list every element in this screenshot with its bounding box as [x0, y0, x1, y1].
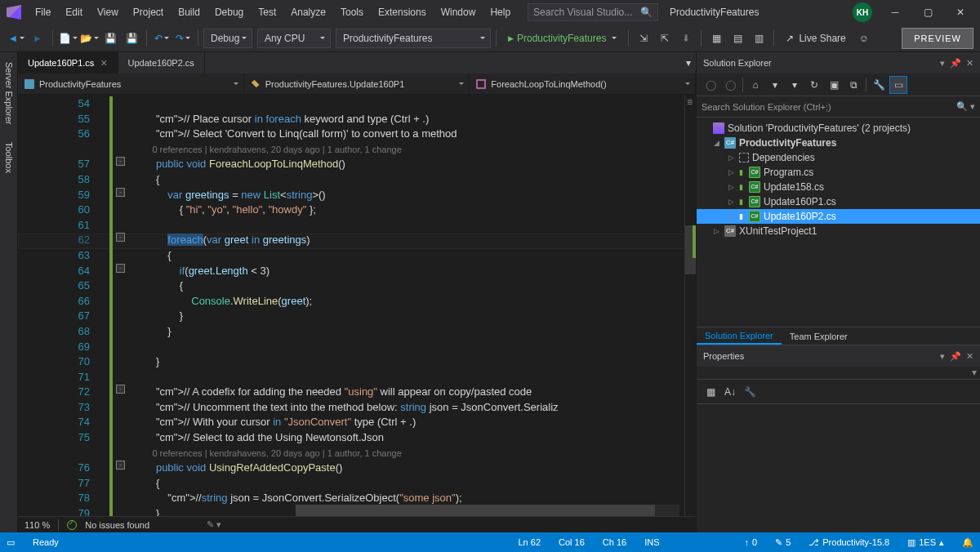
quick-launch-search[interactable]: Search Visual Studio... 🔍 [528, 3, 658, 21]
line-number-gutter: 545556 575859606162636465666768697071727… [18, 95, 108, 516]
solution-explorer-toolbar: ◯ ◯ ⌂ ▾ ▾ ↻ ▣ ⧉ 🔧 ▭ [697, 73, 980, 96]
dependencies-node[interactable]: ▷Dependencies [697, 150, 980, 165]
nav-method-combo[interactable]: ForeachLoopToLinqMethod() [470, 73, 696, 94]
se-back-icon[interactable]: ◯ [702, 76, 719, 94]
save-all-button[interactable]: 💾 [122, 29, 141, 48]
document-tab[interactable]: Update160P2.cs [118, 52, 205, 73]
tb-icon-2[interactable]: ▤ [728, 29, 747, 48]
minimize-button[interactable]: ─ [879, 1, 911, 24]
start-debug-button[interactable]: ProductivityFeatures [501, 29, 623, 48]
live-share-button[interactable]: ↗ Live Share [779, 33, 852, 44]
team-explorer-tab[interactable]: Team Explorer [782, 327, 856, 345]
titlebar-solution-name: ProductivityFeatures [670, 7, 759, 18]
right-panel: Solution Explorer ▾📌✕ ◯ ◯ ⌂ ▾ ▾ ↻ ▣ ⧉ 🔧 … [696, 52, 980, 532]
menu-extensions[interactable]: Extensions [371, 3, 434, 21]
solution-explorer-search[interactable]: Search Solution Explorer (Ctrl+;)🔍 ▾ [697, 96, 980, 118]
new-project-button[interactable]: 📄 [58, 29, 78, 48]
panel-close-icon[interactable]: ✕ [966, 351, 973, 362]
output-pane-icon[interactable]: ▭ [7, 537, 15, 548]
user-avatar[interactable]: KH [853, 2, 872, 22]
solution-icon [713, 122, 724, 134]
horizontal-scrollbar[interactable] [296, 505, 679, 516]
file-node[interactable]: ▷▮C#Program.cs [697, 165, 980, 180]
categorized-icon[interactable]: ▦ [702, 383, 719, 401]
menu-tools[interactable]: Tools [333, 3, 371, 21]
pencil-icon[interactable]: ✎ ▾ [207, 519, 221, 530]
document-tab[interactable]: Update160P1.cs× [18, 52, 118, 73]
branch-indicator[interactable]: ⎇ Productivity-15.8 [808, 537, 889, 548]
pending-edits[interactable]: ✎ 5 [775, 537, 791, 548]
menu-project[interactable]: Project [126, 3, 171, 21]
project-node[interactable]: ◢C#ProductivityFeatures [697, 136, 980, 150]
preview-selected-icon[interactable]: ▭ [889, 76, 907, 94]
h-scroll-thumb[interactable] [296, 505, 655, 516]
solution-node[interactable]: Solution 'ProductivityFeatures' (2 proje… [697, 121, 980, 136]
switch-views-icon[interactable]: ▾ [766, 76, 784, 94]
solution-explorer-tab[interactable]: Solution Explorer [697, 327, 782, 345]
nav-back-button[interactable]: ◄ [7, 29, 26, 48]
startup-combo[interactable]: ProductivityFeatures [336, 29, 491, 48]
step-into-icon[interactable]: ⇲ [634, 29, 653, 48]
breakpoint-icon[interactable]: ⬇ [676, 29, 696, 48]
sync-icon[interactable]: ↻ [805, 76, 823, 94]
tab-overflow-button[interactable]: ▾ [681, 52, 696, 73]
menu-test[interactable]: Test [251, 3, 283, 21]
left-tool-window-tabs: Server Explorer Toolbox [0, 52, 18, 532]
property-pages-icon[interactable]: 🔧 [741, 383, 759, 401]
panel-dropdown-icon[interactable]: ▾ [940, 351, 945, 362]
pin-icon[interactable]: 📌 [950, 351, 961, 362]
tb-icon-3[interactable]: ▥ [749, 29, 768, 48]
properties-icon[interactable]: 🔧 [870, 76, 888, 94]
menu-edit[interactable]: Edit [58, 3, 90, 21]
panel-close-icon[interactable]: ✕ [966, 58, 973, 69]
close-window-button[interactable]: ✕ [944, 1, 977, 24]
menu-file[interactable]: File [28, 3, 58, 21]
tab-close-icon[interactable]: × [100, 56, 107, 69]
code-editor[interactable]: 545556 575859606162636465666768697071727… [18, 95, 696, 516]
feedback-icon[interactable]: ☺ [854, 29, 874, 48]
save-button[interactable]: 💾 [100, 29, 120, 48]
server-explorer-tab[interactable]: Server Explorer [2, 56, 16, 131]
config-combo[interactable]: Debug [203, 29, 252, 48]
show-all-icon[interactable]: ⧉ [844, 76, 862, 94]
method-icon [476, 79, 486, 89]
nav-namespace-combo[interactable]: ProductivityFeatures [18, 73, 244, 94]
repo-indicator[interactable]: ▥ 1ES ▴ [907, 537, 944, 548]
status-ready: Ready [33, 537, 59, 547]
scrollbar-minimap[interactable]: ≡ [684, 95, 696, 516]
step-over-icon[interactable]: ⇱ [655, 29, 675, 48]
collapse-icon[interactable]: ▣ [825, 76, 843, 94]
platform-combo[interactable]: Any CPU [257, 29, 331, 48]
pending-changes-icon[interactable]: ▾ [786, 76, 804, 94]
code-content[interactable]: "cm">// Place cursor in foreach keyword … [108, 95, 684, 516]
menu-view[interactable]: View [90, 3, 126, 21]
toolbox-tab[interactable]: Toolbox [2, 136, 16, 180]
nav-forward-button[interactable]: ► [28, 29, 47, 48]
unpublished-commits[interactable]: ↑ 0 [745, 537, 758, 547]
tb-icon-1[interactable]: ▦ [706, 29, 726, 48]
menu-help[interactable]: Help [483, 3, 518, 21]
menu-debug[interactable]: Debug [207, 3, 251, 21]
menu-build[interactable]: Build [171, 3, 207, 21]
menu-window[interactable]: Window [434, 3, 483, 21]
testproj-icon: C# [724, 225, 736, 237]
notifications-icon[interactable]: 🔔 [962, 537, 973, 548]
home-icon[interactable]: ⌂ [746, 76, 764, 94]
pin-icon[interactable]: 📌 [950, 58, 961, 69]
se-fwd-icon[interactable]: ◯ [721, 76, 739, 94]
undo-button[interactable]: ↶ [152, 29, 172, 48]
file-node[interactable]: ▷▮C#Update160P1.cs [697, 194, 980, 209]
maximize-button[interactable]: ▢ [911, 1, 944, 24]
open-file-button[interactable]: 📂 [79, 29, 99, 48]
alphabetical-icon[interactable]: A↓ [721, 383, 739, 401]
file-node-selected[interactable]: ▷▮C#Update160P2.cs [697, 209, 980, 224]
solution-tree[interactable]: Solution 'ProductivityFeatures' (2 proje… [697, 118, 980, 327]
redo-button[interactable]: ↷ [173, 29, 193, 48]
project-node-2[interactable]: ▷C#XUnitTestProject1 [697, 224, 980, 238]
panel-dropdown-icon[interactable]: ▾ [940, 58, 945, 69]
menu-analyze[interactable]: Analyze [283, 3, 333, 21]
file-node[interactable]: ▷▮C#Update158.cs [697, 180, 980, 194]
nav-class-combo[interactable]: ProductivityFeatures.Update160P1 [244, 73, 470, 94]
zoom-level[interactable]: 110 % [24, 520, 50, 530]
status-ch: Ch 16 [603, 537, 626, 547]
